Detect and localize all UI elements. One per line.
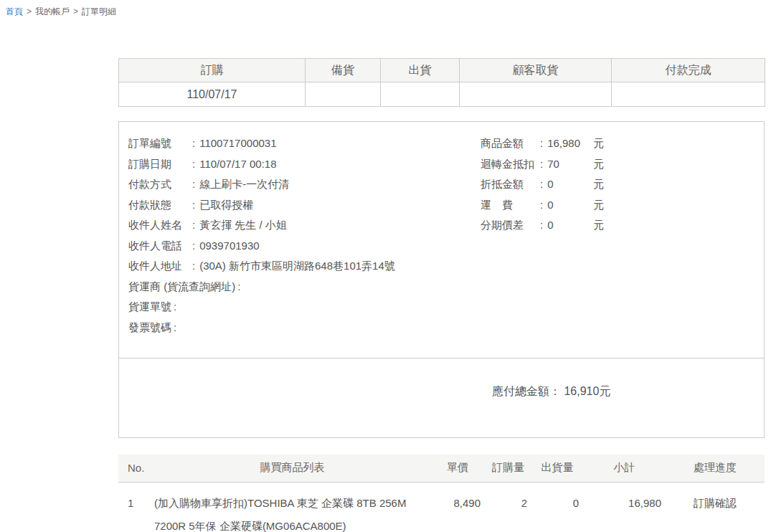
info-row-recipient-address: 收件人地址:(30A) 新竹市東區明湖路648巷101弄14號 bbox=[128, 256, 481, 277]
info-row-recipient-name: 收件人姓名:黃玄揮 先生 / 小姐 bbox=[128, 215, 481, 236]
status-date-shipped bbox=[381, 82, 460, 107]
info-label: 發票號碼 bbox=[128, 318, 171, 338]
info-label: 收件人姓名 bbox=[128, 215, 190, 236]
status-header-customer-pickup: 顧客取貨 bbox=[460, 59, 612, 82]
order-total-section: 應付總金額： 16,910元 bbox=[119, 358, 764, 437]
amount-row-merchandise-total: 商品金額:16,980元 bbox=[481, 133, 755, 154]
amount-row-rebate-deduction: 迴轉金抵扣:70元 bbox=[481, 154, 755, 175]
status-date-customer-pickup bbox=[460, 82, 612, 107]
info-row-invoice-number: 發票號碼: bbox=[128, 318, 481, 338]
status-header-shipped: 出貨 bbox=[381, 59, 460, 82]
amount-label: 折抵金額 bbox=[481, 174, 539, 195]
status-header-ordered: 訂購 bbox=[119, 59, 306, 82]
payable-total-label: 應付總金額： bbox=[492, 385, 561, 397]
status-header-payment-complete: 付款完成 bbox=[612, 59, 765, 82]
order-info-box: 訂單編號:1100717000031 訂購日期:110/07/17 00:18 … bbox=[118, 121, 765, 438]
info-value: 110/07/17 00:18 bbox=[199, 158, 276, 170]
item-product-name: (加入購物車享折扣)TOSHIBA 東芝 企業碟 8TB 256M 7200R … bbox=[154, 482, 430, 532]
info-label: 付款狀態 bbox=[128, 195, 190, 216]
breadcrumb-item-my-account: 我的帳戶 bbox=[35, 6, 70, 16]
item-no: 1 bbox=[118, 482, 154, 532]
info-value: 1100717000031 bbox=[199, 137, 276, 149]
item-row: 1 (加入購物車享折扣)TOSHIBA 東芝 企業碟 8TB 256M 7200… bbox=[118, 482, 765, 532]
amount-label: 商品金額 bbox=[481, 133, 539, 154]
info-value: (30A) 新竹市東區明湖路648巷101弄14號 bbox=[199, 260, 395, 272]
items-header-processing-status: 處理進度 bbox=[666, 455, 765, 482]
order-status-table: 訂購 備貨 出貨 顧客取貨 付款完成 110/07/17 bbox=[118, 58, 765, 107]
info-label: 收件人地址 bbox=[128, 256, 190, 277]
status-date-preparing bbox=[306, 82, 381, 107]
info-label: 付款方式 bbox=[128, 174, 190, 195]
currency-unit: 元 bbox=[593, 137, 604, 149]
info-label: 收件人電話 bbox=[128, 236, 190, 257]
items-header-order-qty: 訂購量 bbox=[485, 455, 531, 482]
currency-unit: 元 bbox=[593, 199, 604, 211]
amount-label: 運 費 bbox=[481, 195, 539, 216]
breadcrumb-separator: > bbox=[27, 6, 32, 16]
item-processing-status: 訂購確認 bbox=[666, 482, 765, 532]
items-header-product-list: 購買商品列表 bbox=[154, 455, 430, 482]
breadcrumb: 首頁>我的帳戶>訂單明細 bbox=[0, 0, 771, 18]
items-header-row: No. 購買商品列表 單價 訂購量 出貨量 小計 處理進度 bbox=[118, 455, 765, 482]
info-row-order-date: 訂購日期:110/07/17 00:18 bbox=[128, 154, 481, 175]
amount-row-installment-difference: 分期價差:0元 bbox=[481, 215, 755, 236]
breadcrumb-link-home[interactable]: 首頁 bbox=[6, 6, 23, 16]
order-info-main: 訂單編號:1100717000031 訂購日期:110/07/17 00:18 … bbox=[119, 122, 764, 358]
order-info-right-column: 商品金額:16,980元 迴轉金抵扣:70元 折抵金額:0元 運 費:0元 分期… bbox=[481, 133, 755, 338]
info-label: 訂購日期 bbox=[128, 154, 190, 175]
breadcrumb-item-order-detail: 訂單明細 bbox=[82, 6, 116, 16]
info-label: 貨運單號 bbox=[128, 297, 171, 318]
amount-value: 70 bbox=[547, 154, 593, 175]
amount-value: 0 bbox=[547, 174, 593, 195]
info-row-recipient-phone: 收件人電話:0939701930 bbox=[128, 236, 481, 257]
info-row-payment-method: 付款方式:線上刷卡-一次付清 bbox=[128, 174, 481, 195]
status-header-preparing: 備貨 bbox=[306, 59, 381, 82]
item-subtotal: 16,980 bbox=[583, 482, 666, 532]
items-header-no: No. bbox=[118, 455, 154, 482]
status-value-row: 110/07/17 bbox=[119, 82, 765, 107]
info-value: 已取得授權 bbox=[199, 199, 253, 211]
currency-unit: 元 bbox=[593, 178, 604, 190]
breadcrumb-separator: > bbox=[73, 6, 78, 16]
payable-total-value: 16,910元 bbox=[564, 385, 610, 397]
amount-row-shipping-fee: 運 費:0元 bbox=[481, 195, 755, 216]
item-unit-price: 8,490 bbox=[430, 482, 485, 532]
status-header-row: 訂購 備貨 出貨 顧客取貨 付款完成 bbox=[119, 59, 765, 82]
items-header-shipped-qty: 出貨量 bbox=[531, 455, 583, 482]
info-value: 0939701930 bbox=[199, 239, 259, 252]
info-label: 訂單編號 bbox=[128, 133, 190, 154]
info-row-order-number: 訂單編號:1100717000031 bbox=[128, 133, 481, 154]
item-shipped-qty: 0 bbox=[531, 482, 583, 532]
info-row-carrier: 貨運商 (貨流查詢網址): bbox=[128, 277, 481, 298]
amount-value: 0 bbox=[547, 195, 593, 216]
amount-label: 分期價差 bbox=[481, 215, 539, 236]
info-label: 貨運商 (貨流查詢網址) bbox=[128, 277, 235, 298]
payable-total: 應付總金額： 16,910元 bbox=[119, 358, 764, 399]
status-date-ordered: 110/07/17 bbox=[119, 82, 306, 107]
item-order-qty: 2 bbox=[485, 482, 531, 532]
currency-unit: 元 bbox=[593, 158, 604, 170]
items-header-subtotal: 小計 bbox=[583, 455, 666, 482]
currency-unit: 元 bbox=[593, 219, 604, 231]
amount-value: 16,980 bbox=[547, 133, 593, 154]
order-info-left-column: 訂單編號:1100717000031 訂購日期:110/07/17 00:18 … bbox=[128, 133, 481, 338]
items-header-unit-price: 單價 bbox=[430, 455, 485, 482]
items-table: No. 購買商品列表 單價 訂購量 出貨量 小計 處理進度 1 (加入購物車享折… bbox=[118, 455, 765, 532]
amount-value: 0 bbox=[547, 215, 593, 236]
info-value: 黃玄揮 先生 / 小姐 bbox=[199, 219, 287, 231]
order-detail-content: 訂購 備貨 出貨 顧客取貨 付款完成 110/07/17 訂單編號:110071… bbox=[118, 58, 765, 532]
info-row-payment-status: 付款狀態:已取得授權 bbox=[128, 195, 481, 216]
status-date-payment-complete bbox=[612, 82, 765, 107]
info-value: 線上刷卡-一次付清 bbox=[199, 178, 289, 190]
amount-row-discount-amount: 折抵金額:0元 bbox=[481, 174, 755, 195]
amount-label: 迴轉金抵扣 bbox=[481, 154, 539, 175]
info-row-tracking-number: 貨運單號: bbox=[128, 297, 481, 318]
